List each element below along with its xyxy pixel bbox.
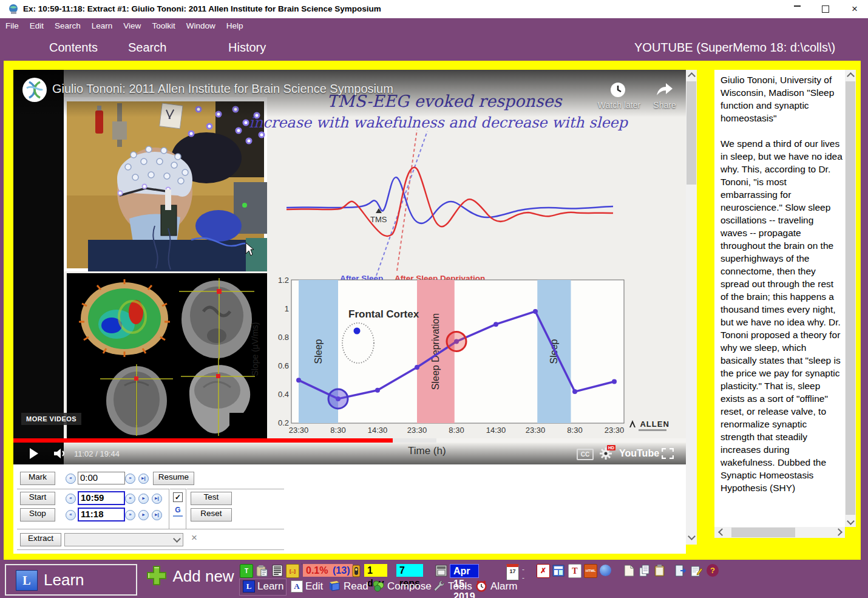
- menu-edit[interactable]: Edit: [24, 18, 49, 34]
- compose-tab[interactable]: Compose: [387, 580, 432, 593]
- help-icon[interactable]: ?: [707, 564, 719, 577]
- share-label[interactable]: Share: [646, 100, 683, 110]
- learn-icon[interactable]: L: [243, 580, 255, 593]
- youtube-logo[interactable]: YouTube: [619, 448, 659, 459]
- scrollbar-thumb[interactable]: [846, 81, 855, 515]
- close-button[interactable]: ×: [843, 0, 867, 18]
- start-goto-icon[interactable]: ▸|: [152, 494, 162, 504]
- sphere-icon[interactable]: [600, 565, 611, 576]
- menu-toolkit[interactable]: Toolkit: [146, 18, 180, 34]
- read-tab[interactable]: Read: [344, 580, 368, 593]
- sidebar-hscrollbar[interactable]: [714, 527, 845, 538]
- mark-goto-icon[interactable]: ▸|: [138, 474, 149, 484]
- scroll-up-icon[interactable]: [845, 70, 856, 81]
- mark-rewind-icon[interactable]: «: [66, 474, 76, 484]
- clipboard-icon[interactable]: [654, 565, 665, 577]
- menu-help[interactable]: Help: [221, 18, 249, 34]
- watch-later-label[interactable]: Watch later: [589, 100, 649, 110]
- resume-button[interactable]: Resume: [153, 472, 194, 485]
- start-forward-icon[interactable]: »: [125, 494, 135, 504]
- tools-tab[interactable]: Tools: [448, 580, 472, 593]
- loop-icon[interactable]: G: [173, 506, 183, 517]
- priority-percent[interactable]: 0.1%: [303, 564, 331, 577]
- interval-badge[interactable]: 1 day: [364, 564, 387, 577]
- scroll-right-icon[interactable]: [834, 527, 845, 538]
- delete-icon[interactable]: ✗: [537, 564, 550, 578]
- compose-icon[interactable]: [372, 580, 384, 592]
- menu-file[interactable]: File: [0, 18, 24, 34]
- volume-icon[interactable]: [53, 448, 67, 459]
- stop-goto-icon[interactable]: ▸|: [152, 510, 162, 520]
- minimize-button[interactable]: [785, 0, 809, 18]
- text-element-icon[interactable]: T: [240, 564, 253, 578]
- share-icon[interactable]: [656, 82, 674, 97]
- stop-button[interactable]: Stop: [20, 508, 55, 522]
- menu-view[interactable]: View: [118, 18, 146, 34]
- reps-badge[interactable]: 7 reps: [396, 564, 423, 577]
- element-window-icon[interactable]: [435, 565, 447, 577]
- watch-later-icon[interactable]: [610, 82, 626, 98]
- document-icon[interactable]: [624, 565, 634, 577]
- start-play-icon[interactable]: ▸: [138, 494, 149, 504]
- mark-forward-icon[interactable]: »: [125, 474, 135, 484]
- text-icon[interactable]: T: [568, 564, 581, 578]
- position-count[interactable]: (13): [330, 564, 353, 577]
- clear-icon[interactable]: ×: [191, 532, 197, 544]
- menu-learn[interactable]: Learn: [86, 18, 118, 34]
- scrollbar-thumb[interactable]: [687, 81, 696, 185]
- learn-tab[interactable]: Learn: [257, 580, 283, 593]
- scrollbar-thumb[interactable]: [731, 528, 795, 537]
- history-button[interactable]: History: [228, 34, 266, 61]
- scroll-left-icon[interactable]: [714, 527, 725, 538]
- scroll-down-icon[interactable]: [845, 516, 856, 527]
- extract-button[interactable]: Extract: [20, 533, 61, 546]
- stop-play-icon[interactable]: ▸: [138, 510, 149, 520]
- youtube-player[interactable]: TMS-EEG evoked responses increase with w…: [13, 70, 686, 464]
- sidebar-vscrollbar[interactable]: [845, 70, 856, 527]
- tools-wrench-icon[interactable]: [433, 580, 445, 592]
- loop-checkbox[interactable]: ✓: [173, 492, 183, 502]
- mark-button[interactable]: Mark: [20, 472, 55, 485]
- html-icon[interactable]: HTML: [584, 564, 597, 578]
- learn-button[interactable]: L Learn: [5, 564, 137, 596]
- add-new-button[interactable]: Add new: [146, 565, 234, 588]
- extract-dropdown[interactable]: [64, 533, 183, 546]
- alarm-clock-icon[interactable]: [475, 580, 487, 592]
- copy-icon[interactable]: [639, 565, 651, 577]
- template-icon[interactable]: [272, 565, 283, 577]
- start-rewind-icon[interactable]: «: [66, 494, 76, 504]
- reset-button[interactable]: Reset: [191, 508, 232, 522]
- cc-button[interactable]: CC: [577, 449, 594, 460]
- scroll-down-icon[interactable]: [686, 534, 697, 545]
- alarm-tab[interactable]: Alarm: [490, 580, 517, 593]
- read-icon[interactable]: [328, 580, 341, 591]
- paste-icon[interactable]: [256, 565, 268, 577]
- edit-note-icon[interactable]: [691, 565, 703, 577]
- main-scrollbar[interactable]: [686, 70, 697, 545]
- maximize-button[interactable]: [813, 0, 838, 18]
- scroll-up-icon[interactable]: [686, 70, 697, 81]
- test-button[interactable]: Test: [191, 492, 232, 505]
- edit-tab[interactable]: Edit: [305, 580, 323, 593]
- contents-button[interactable]: Contents: [49, 34, 98, 61]
- browser-icon[interactable]: [552, 565, 565, 577]
- channel-avatar[interactable]: [22, 77, 47, 103]
- stop-time-field[interactable]: 11:18: [78, 508, 125, 522]
- edit-icon[interactable]: A: [291, 580, 303, 593]
- export-icon[interactable]: [675, 565, 687, 577]
- menu-window[interactable]: Window: [181, 18, 221, 34]
- calendar-icon[interactable]: 17: [506, 564, 519, 580]
- mark-time-field[interactable]: 0:00: [78, 472, 125, 484]
- more-videos-label[interactable]: MORE VIDEOS: [21, 413, 81, 425]
- search-button[interactable]: Search: [128, 34, 166, 61]
- extract-text-pane[interactable]: Giulio Tononi, University of Wisconsin, …: [714, 70, 845, 527]
- battery-icon[interactable]: [352, 565, 361, 577]
- menu-search[interactable]: Search: [49, 18, 86, 34]
- start-time-field[interactable]: 10:59: [78, 491, 125, 505]
- stop-forward-icon[interactable]: »: [125, 510, 135, 520]
- play-icon[interactable]: [29, 447, 39, 460]
- reference-icon[interactable]: [..]: [286, 564, 299, 578]
- current-date[interactable]: Apr 15, 2019: [450, 564, 479, 578]
- video-title[interactable]: Giulio Tononi: 2011 Allen Institute for …: [52, 82, 393, 96]
- start-button[interactable]: Start: [20, 492, 55, 505]
